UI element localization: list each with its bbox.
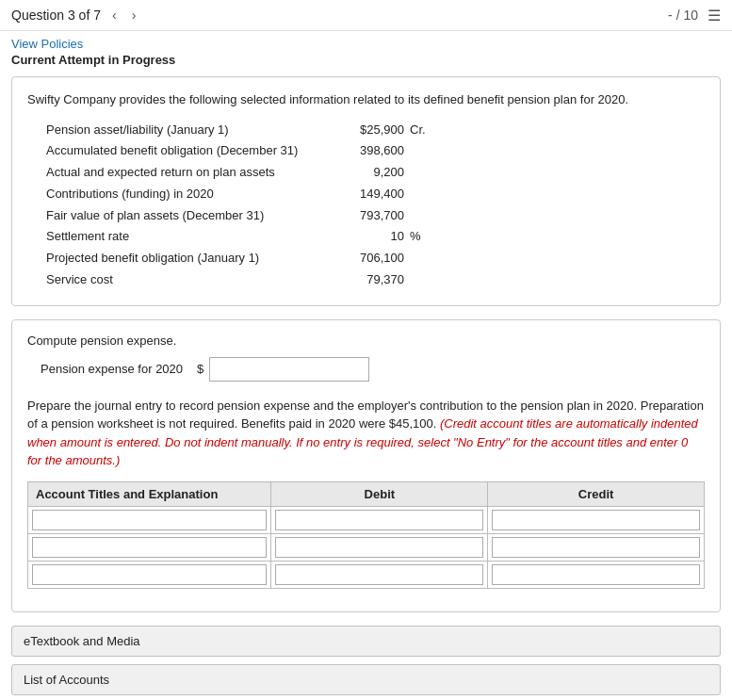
info-value: $25,900 <box>319 121 404 140</box>
info-unit: % <box>410 227 421 247</box>
journal-account-cell <box>28 533 271 561</box>
info-label: Actual and expected return on plan asset… <box>46 163 319 183</box>
info-row: Service cost 79,370 <box>46 270 705 290</box>
info-row: Projected benefit obligation (January 1)… <box>46 249 705 269</box>
main-content: Swifty Company provides the following se… <box>0 69 732 700</box>
journal-debit-cell <box>271 506 488 533</box>
journal-row <box>28 533 705 561</box>
current-attempt-label: Current Attempt in Progress <box>11 53 721 67</box>
col-account: Account Titles and Explanation <box>28 481 271 506</box>
info-label: Accumulated benefit obligation (December… <box>46 141 319 161</box>
question-label: Question 3 of 7 <box>11 8 101 23</box>
pension-expense-label: Pension expense for 2020 <box>41 362 191 376</box>
journal-row <box>28 506 705 533</box>
next-button[interactable]: › <box>128 6 140 24</box>
prev-button[interactable]: ‹ <box>108 6 121 24</box>
info-value: 398,600 <box>319 141 404 161</box>
view-policies-link[interactable]: View Policies <box>11 37 721 51</box>
journal-debit-input-2[interactable] <box>275 564 483 585</box>
footer-btn-0[interactable]: eTextbook and Media <box>11 626 721 657</box>
col-debit: Debit <box>271 481 488 506</box>
info-label: Service cost <box>46 270 319 290</box>
pension-expense-input[interactable] <box>209 357 369 382</box>
journal-credit-input-0[interactable] <box>492 510 700 530</box>
col-credit: Credit <box>488 481 705 506</box>
journal-row <box>28 561 705 588</box>
journal-credit-input-1[interactable] <box>492 537 700 558</box>
journal-credit-cell <box>488 533 705 561</box>
info-row: Accumulated benefit obligation (December… <box>46 141 705 161</box>
journal-header-row: Account Titles and Explanation Debit Cre… <box>28 481 705 506</box>
info-value: 149,400 <box>319 185 404 204</box>
info-row: Fair value of plan assets (December 31) … <box>46 206 705 226</box>
problem-card: Swifty Company provides the following se… <box>11 76 721 306</box>
problem-description: Swifty Company provides the following se… <box>27 90 705 109</box>
footer-buttons: eTextbook and MediaList of Accounts <box>11 626 721 695</box>
info-row: Contributions (funding) in 2020 149,400 <box>46 185 705 204</box>
info-row: Actual and expected return on plan asset… <box>46 163 705 183</box>
info-unit: Cr. <box>410 121 426 140</box>
compute-section: Compute pension expense. Pension expense… <box>27 334 705 382</box>
score-label: - / 10 <box>668 8 698 23</box>
info-value: 793,700 <box>319 206 404 226</box>
journal-credit-cell <box>488 506 705 533</box>
dollar-sign: $ <box>197 362 203 376</box>
journal-debit-cell <box>271 533 488 561</box>
info-label: Pension asset/liability (January 1) <box>46 121 319 140</box>
info-label: Contributions (funding) in 2020 <box>46 185 319 204</box>
footer-btn-1[interactable]: List of Accounts <box>11 664 721 695</box>
info-label: Fair value of plan assets (December 31) <box>46 206 319 226</box>
info-value: 706,100 <box>319 249 404 269</box>
info-label: Projected benefit obligation (January 1) <box>46 249 319 269</box>
info-value: 10 <box>319 227 404 247</box>
pension-expense-row: Pension expense for 2020 $ <box>41 357 705 382</box>
info-value: 79,370 <box>319 270 404 290</box>
journal-table: Account Titles and Explanation Debit Cre… <box>27 481 705 589</box>
journal-account-input-2[interactable] <box>32 564 267 585</box>
journal-account-cell <box>28 561 271 588</box>
journal-debit-input-1[interactable] <box>275 537 483 558</box>
sub-header: View Policies Current Attempt in Progres… <box>0 31 732 69</box>
journal-account-cell <box>28 506 271 533</box>
journal-instructions: Prepare the journal entry to record pens… <box>27 397 705 470</box>
journal-debit-cell <box>271 561 488 588</box>
header-left: Question 3 of 7 ‹ › <box>11 6 139 24</box>
info-row: Settlement rate 10 % <box>46 227 705 247</box>
journal-credit-input-2[interactable] <box>492 564 700 585</box>
header-right: - / 10 ☰ <box>668 7 721 24</box>
journal-debit-input-0[interactable] <box>275 510 483 530</box>
page-header: Question 3 of 7 ‹ › - / 10 ☰ <box>0 0 732 31</box>
info-row: Pension asset/liability (January 1) $25,… <box>46 121 705 140</box>
compute-card: Compute pension expense. Pension expense… <box>11 319 721 612</box>
journal-credit-cell <box>488 561 705 588</box>
journal-account-input-1[interactable] <box>32 537 267 558</box>
journal-account-input-0[interactable] <box>32 510 267 530</box>
list-icon[interactable]: ☰ <box>708 7 721 24</box>
info-table: Pension asset/liability (January 1) $25,… <box>46 121 705 290</box>
info-label: Settlement rate <box>46 227 319 247</box>
info-value: 9,200 <box>319 163 404 183</box>
compute-instruction: Compute pension expense. <box>27 334 705 348</box>
